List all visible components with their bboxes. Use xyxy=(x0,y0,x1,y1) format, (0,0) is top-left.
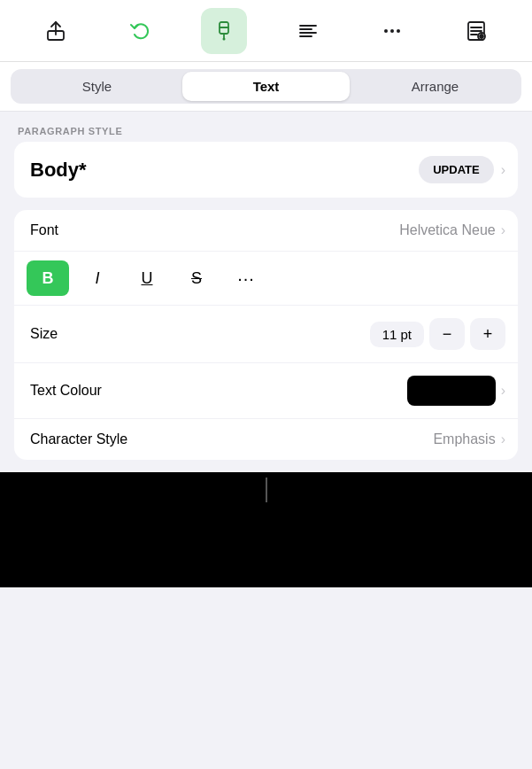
text-colour-chevron-icon: › xyxy=(501,383,505,399)
size-row: Size 11 pt − + xyxy=(14,305,518,362)
svg-point-9 xyxy=(384,29,388,33)
font-row[interactable]: Font Helvetica Neue › xyxy=(14,210,518,251)
character-style-value: Emphasis xyxy=(433,431,495,447)
bold-button[interactable]: B xyxy=(27,260,69,296)
paragraph-chevron-icon: › xyxy=(501,162,505,178)
format-button[interactable] xyxy=(201,8,247,54)
format-row: B I U S ··· xyxy=(14,251,518,305)
tab-arrange[interactable]: Arrange xyxy=(351,72,519,101)
more-format-button[interactable]: ··· xyxy=(225,260,267,296)
svg-point-3 xyxy=(223,37,226,40)
svg-point-17 xyxy=(480,35,483,38)
character-style-label: Character Style xyxy=(30,431,127,447)
paragraph-style-card: Body* UPDATE › xyxy=(14,142,518,198)
font-value: Helvetica Neue xyxy=(399,222,496,238)
toolbar xyxy=(0,0,532,62)
share-button[interactable] xyxy=(33,8,79,54)
paragraph-style-name: Body* xyxy=(30,159,87,182)
size-increase-button[interactable]: + xyxy=(470,318,505,350)
size-label: Size xyxy=(30,326,58,342)
character-style-chevron-icon: › xyxy=(501,431,505,447)
paragraph-style-section-label: PARAGRAPH STYLE xyxy=(14,126,518,136)
tab-text[interactable]: Text xyxy=(182,72,350,101)
svg-point-11 xyxy=(397,29,400,33)
document-area[interactable] xyxy=(0,472,532,587)
size-value: 11 pt xyxy=(370,322,424,347)
text-colour-row[interactable]: Text Colour › xyxy=(14,362,518,418)
svg-point-10 xyxy=(390,29,394,33)
text-colour-swatch[interactable] xyxy=(407,376,496,406)
text-colour-label: Text Colour xyxy=(30,383,102,399)
content-area: PARAGRAPH STYLE Body* UPDATE › Font Helv… xyxy=(0,112,532,460)
tab-style[interactable]: Style xyxy=(13,72,181,101)
align-button[interactable] xyxy=(285,8,331,54)
review-button[interactable] xyxy=(453,8,499,54)
more-options-button[interactable] xyxy=(369,8,415,54)
underline-button[interactable]: U xyxy=(126,260,168,296)
tab-bar: Style Text Arrange xyxy=(0,62,532,112)
font-chevron-icon: › xyxy=(501,222,505,238)
italic-button[interactable]: I xyxy=(76,260,119,296)
size-decrease-button[interactable]: − xyxy=(429,318,465,350)
strikethrough-button[interactable]: S xyxy=(175,260,218,296)
character-style-row[interactable]: Character Style Emphasis › xyxy=(14,418,518,460)
update-button[interactable]: UPDATE xyxy=(419,156,493,183)
text-cursor xyxy=(266,478,267,502)
undo-button[interactable] xyxy=(117,8,163,54)
font-label: Font xyxy=(30,222,58,238)
font-format-card: Font Helvetica Neue › B I U S ··· xyxy=(14,210,518,460)
